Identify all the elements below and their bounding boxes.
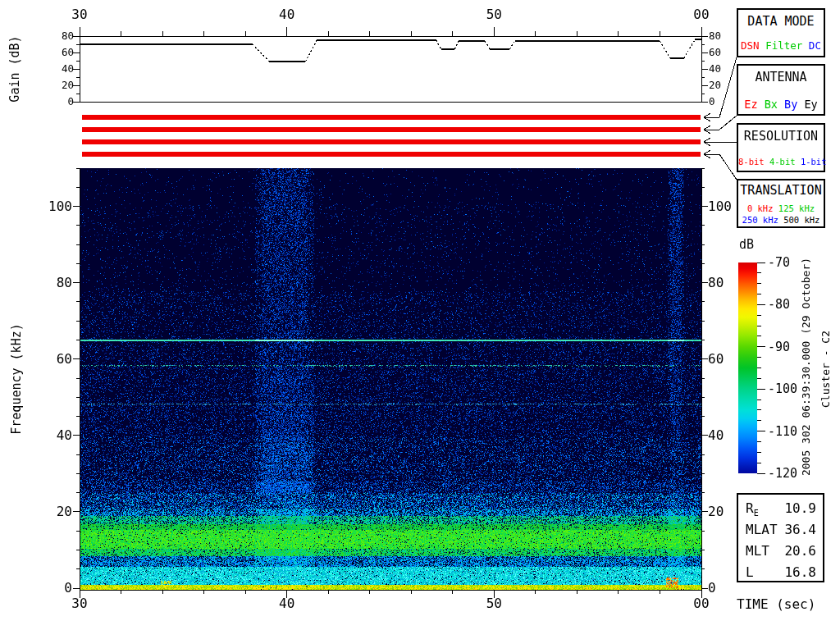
time-tick-label-bottom: 30 [63,596,96,611]
panel-data-mode: DATA MODE DSN Filter DC [737,8,825,57]
panel-translation-title: TRANSLATION [738,183,824,198]
ephemeris-value: 20.6 [784,543,816,559]
freq-tick-label-right: 100 [708,199,732,214]
panel-item: 4-bit [769,157,796,167]
panel-item: Ez [744,98,757,111]
time-tick-label-bottom: 40 [271,596,304,611]
ephemeris-value: 36.4 [784,522,816,537]
time-tick-label-top: 00 [685,7,718,22]
ephemeris-row: L16.8 [746,564,816,584]
freq-tick-label-right: 0 [708,580,716,596]
freq-tick-label-left: 0 [26,580,72,596]
panel-translation: TRANSLATION 0 kHz 125 kHz 250 kHz 500 kH… [737,179,825,228]
gain-ytick-label-right: 80 [709,30,721,42]
quality-bar [82,152,701,157]
time-tick-label-top: 50 [477,7,510,22]
colorbar-tick-label: -80 [768,297,790,312]
colorbar-units-label: dB [739,237,754,252]
time-tick-label-top: 40 [271,7,304,22]
ephemeris-label: RE [746,500,759,516]
gain-ytick-label-right: 40 [709,62,721,75]
panel-item: 8-bit [738,157,765,167]
panel-data-mode-title: DATA MODE [738,14,824,29]
freq-tick-label-right: 40 [708,427,724,443]
ephemeris-row: RE10.9 [746,500,816,520]
ephemeris-label: MLAT [746,522,778,537]
gain-ytick-label-left: 0 [38,95,74,107]
gain-curve-segment [454,41,459,49]
quality-bar [82,139,701,144]
panel-antenna-items: Ez Bx By Ey [738,98,824,111]
freq-tick-label-left: 20 [26,504,72,519]
gain-ytick-label-left: 60 [38,46,74,58]
freq-tick-label-right: 60 [708,351,724,367]
freq-tick-label-left: 100 [26,199,72,214]
gain-curve-segment [660,41,670,58]
panel-item: 1-bit [801,157,827,167]
gain-curve-segment [436,40,441,49]
panel-item: Bx [765,98,778,111]
gain-curve-segment [485,41,490,49]
time-axis-label: TIME (sec) [737,596,815,612]
panel-item: DSN [741,39,760,52]
colorbar-tick-label: -70 [768,255,790,270]
ephemeris-value: 16.8 [784,564,816,580]
panel-item: 500 kHz [783,215,819,225]
panel-resolution-title: RESOLUTION [738,129,824,144]
gain-ytick-label-left: 40 [38,62,74,75]
gain-curve-segment [305,40,317,62]
gain-ytick-label-right: 0 [709,95,715,107]
ephemeris-row: MLT20.6 [746,543,816,563]
freq-tick-label-left: 40 [26,427,72,443]
panel-translation-items-line1: 0 kHz 125 kHz [738,203,824,214]
freq-tick-label-right: 20 [708,504,724,519]
datetime-vertical-label: 2005 302 06:39:30.000 (29 October) [800,258,812,476]
gain-ytick-label-left: 20 [38,79,74,91]
panel-item: 0 kHz [747,203,774,213]
ephemeris-row: MLAT36.4 [746,522,816,541]
panel-resolution: RESOLUTION 8-bit 4-bit 1-bit [737,123,825,172]
time-tick-label-top: 30 [63,7,96,22]
quality-bar [82,127,701,132]
panel-item: By [784,98,797,111]
frequency-axis-label: Frequency (kHz) [9,323,24,434]
freq-tick-label-left: 60 [26,351,72,367]
quality-bar [82,115,701,120]
ephemeris-value: 10.9 [784,500,816,516]
gain-axis-label: Gain (dB) [7,35,22,102]
panel-item: 125 kHz [778,203,815,213]
gain-ytick-label-right: 20 [709,79,721,91]
gain-curve-segment [253,44,269,62]
colorbar [738,262,757,473]
ephemeris-label: MLT [746,543,769,559]
panel-antenna-title: ANTENNA [738,70,824,84]
wbd-display-screen: Gain (dB) Frequency (kHz) dB TIME (sec) … [0,0,840,630]
ephemeris-label: L [746,564,754,580]
gain-curve-segment [509,41,514,49]
panel-translation-items-line2: 250 kHz 500 kHz [738,214,824,226]
gain-plot-frame [80,36,701,102]
colorbar-tick-label: -120 [768,466,797,481]
freq-tick-label-right: 80 [708,275,724,290]
panel-item: 250 kHz [742,215,778,225]
spacecraft-vertical-label: Cluster - C2 [819,331,832,408]
callout-line [704,154,737,180]
panel-antenna: ANTENNA Ez Bx By Ey [737,64,825,116]
colorbar-tick-label: -90 [768,340,790,354]
panel-item: DC [809,39,821,52]
panel-data-mode-items: DSN Filter DC [738,39,824,52]
gain-curve-segment [684,39,696,58]
panel-item: Ey [804,98,817,111]
callout-line [704,116,737,130]
panel-resolution-items: 8-bit 4-bit 1-bit [738,156,824,167]
time-tick-label-bottom: 50 [477,596,510,611]
colorbar-tick-label: -100 [768,381,797,396]
ephemeris-panel: RE10.9MLAT36.4MLT20.6L16.8 [737,493,824,582]
panel-item: Filter [765,39,802,52]
gain-ytick-label-right: 60 [709,46,721,58]
colorbar-tick-label: -110 [768,424,797,439]
freq-tick-label-left: 80 [26,275,72,290]
gain-ytick-label-left: 80 [38,30,74,42]
time-tick-label-bottom: 00 [685,596,718,611]
